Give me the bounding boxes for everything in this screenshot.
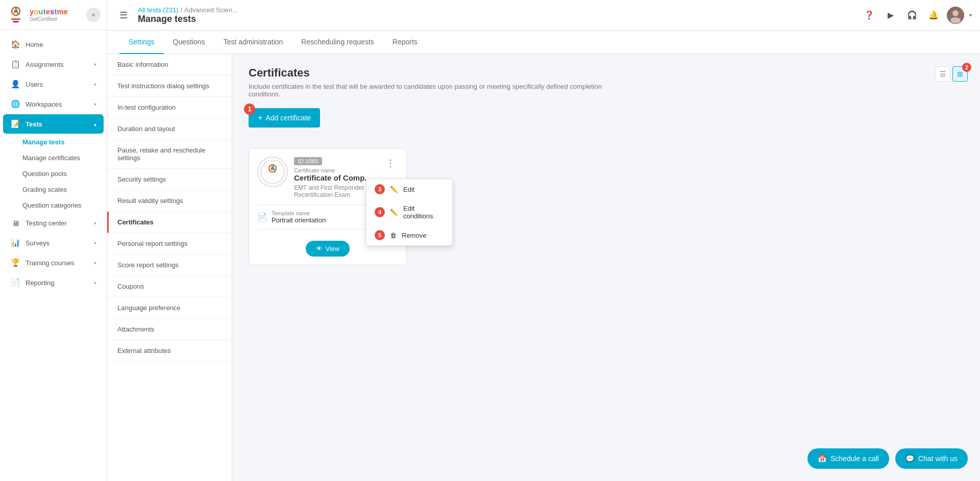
sidebar-item-testing-center[interactable]: 🖥 Testing center ▾ <box>3 214 104 233</box>
edit-conditions-badge: 4 <box>375 207 385 217</box>
settings-nav-certificates[interactable]: Certificates <box>107 212 232 233</box>
help-button[interactable]: ❓ <box>861 7 877 23</box>
surveys-arrow: ▾ <box>94 240 96 246</box>
settings-nav-duration-layout[interactable]: Duration and layout <box>107 118 232 140</box>
main-area: ☰ All tests (231) / Advanced Scien... Ma… <box>107 0 980 481</box>
headset-button[interactable]: 🎧 <box>904 7 920 23</box>
surveys-icon: 📊 <box>10 238 20 247</box>
context-menu-edit[interactable]: 3 ✏️ Edit <box>366 179 452 199</box>
cert-template-label: Template name <box>272 210 326 216</box>
cert-context-menu-button[interactable]: ⋮ <box>383 157 398 170</box>
sidebar-collapse-button[interactable]: « <box>86 8 101 22</box>
view-toggle-badge: 2 <box>962 63 971 72</box>
breadcrumb-current: Advanced Scien... <box>184 6 238 14</box>
page-title: Manage tests <box>138 14 238 24</box>
tab-questions[interactable]: Questions <box>164 31 214 54</box>
settings-nav-score-report[interactable]: Score report settings <box>107 255 232 276</box>
logo-text: youtestme GetCertified <box>30 8 68 22</box>
edit-label: Edit <box>403 186 414 193</box>
hamburger-button[interactable]: ☰ <box>115 7 132 23</box>
logo-sub: GetCertified <box>30 16 68 22</box>
sidebar-item-assignments[interactable]: 📋 Assignments ▾ <box>3 55 104 74</box>
training-courses-arrow: ▾ <box>94 260 96 266</box>
sidebar-item-workspaces[interactable]: 🌐 Workspaces ▾ <box>3 94 104 114</box>
sidebar-sub-manage-certificates[interactable]: Manage certificates <box>0 150 107 166</box>
settings-nav-external-attrs[interactable]: External attributes <box>107 340 232 362</box>
view-icon: 👁 <box>316 245 323 252</box>
cert-view-button[interactable]: 👁 View <box>306 241 350 257</box>
svg-rect-5 <box>13 21 19 22</box>
tab-reports[interactable]: Reports <box>383 31 427 54</box>
assignments-arrow: ▾ <box>94 62 96 67</box>
tab-rescheduling-requests[interactable]: Rescheduling requests <box>292 31 383 54</box>
breadcrumb-separator: / <box>180 6 182 14</box>
sidebar-item-tests[interactable]: 📝 Tests ▴ <box>3 114 104 134</box>
context-menu-edit-conditions[interactable]: 4 ✏️ Edit conditions <box>366 199 452 225</box>
settings-nav-security[interactable]: Security settings <box>107 169 232 190</box>
cert-id-badge: ID 1080 <box>294 157 322 165</box>
breadcrumb: All tests (231) / Advanced Scien... <box>138 6 238 14</box>
sidebar-item-surveys[interactable]: 📊 Surveys ▾ <box>3 233 104 252</box>
topbar-user-arrow[interactable]: ▾ <box>969 12 972 18</box>
tabs-bar: Settings Questions Test administration R… <box>107 31 980 54</box>
tab-settings[interactable]: Settings <box>119 31 164 54</box>
sidebar-sub-manage-tests[interactable]: Manage tests <box>0 134 107 150</box>
settings-nav-basic-info[interactable]: Basic information <box>107 54 232 75</box>
edit-conditions-label: Edit conditions <box>403 205 444 220</box>
context-menu: 3 ✏️ Edit 4 ✏️ Edit conditions 5 🗑 <box>366 179 453 246</box>
sidebar-logo: youtestme GetCertified « <box>0 0 107 30</box>
sidebar-item-users[interactable]: 👤 Users ▾ <box>3 74 104 94</box>
schedule-icon: 📅 <box>818 454 826 463</box>
reporting-icon: 📄 <box>10 278 20 287</box>
bottom-actions: 📅 Schedule a call 💬 Chat with us <box>807 448 968 469</box>
sidebar-sub-question-categories[interactable]: Question categories <box>0 197 107 213</box>
settings-nav-pause-retake[interactable]: Pause, retake and reschedule settings <box>107 140 232 169</box>
home-icon: 🏠 <box>10 40 20 49</box>
template-icon: 📄 <box>257 212 267 222</box>
main-content: Certificates Include certificates in the… <box>232 54 980 481</box>
certificates-title: Certificates <box>249 66 964 80</box>
sidebar-item-reporting[interactable]: 📄 Reporting ▾ <box>3 273 104 292</box>
settings-nav-in-test-config[interactable]: In-test configuration <box>107 97 232 118</box>
reporting-arrow: ▾ <box>94 280 96 286</box>
cert-logo <box>257 157 288 187</box>
sidebar-item-home[interactable]: 🏠 Home <box>3 35 104 54</box>
cert-cards-container: ID 1080 Certificate name Certificate of … <box>249 148 964 265</box>
settings-nav-test-instructions[interactable]: Test instructions dialog settings <box>107 75 232 97</box>
sidebar-item-training-courses[interactable]: 🏆 Training courses ▾ <box>3 253 104 272</box>
remove-label: Remove <box>402 232 426 239</box>
list-view-button[interactable]: ☰ <box>935 66 950 82</box>
sidebar-nav: 🏠 Home 📋 Assignments ▾ 👤 Users ▾ 🌐 Works… <box>0 30 107 481</box>
chat-with-us-button[interactable]: 💬 Chat with us <box>895 448 968 469</box>
bell-button[interactable]: 🔔 <box>925 7 942 23</box>
avatar[interactable] <box>947 7 964 24</box>
svg-point-8 <box>950 17 961 23</box>
breadcrumb-wrap: All tests (231) / Advanced Scien... Mana… <box>138 6 238 24</box>
settings-nav-coupons[interactable]: Coupons <box>107 276 232 297</box>
add-certificate-label: Add certificate <box>265 114 311 122</box>
settings-nav-personal-report[interactable]: Personal report settings <box>107 233 232 255</box>
breadcrumb-all-tests[interactable]: All tests (231) <box>138 6 178 14</box>
sidebar-sub-question-pools[interactable]: Question pools <box>0 166 107 182</box>
edit-badge: 3 <box>375 184 385 194</box>
settings-nav-attachments[interactable]: Attachments <box>107 319 232 340</box>
settings-nav-result-validity[interactable]: Result validity settings <box>107 190 232 212</box>
play-button[interactable]: ▶ <box>883 7 899 23</box>
svg-point-13 <box>271 167 274 170</box>
add-certificate-button[interactable]: 1 + Add certificate <box>249 108 320 128</box>
topbar: ☰ All tests (231) / Advanced Scien... Ma… <box>107 0 980 31</box>
context-menu-remove[interactable]: 5 🗑 Remove <box>366 225 452 245</box>
remove-icon: 🗑 <box>390 232 397 239</box>
chat-with-us-label: Chat with us <box>918 454 958 463</box>
sidebar-sub-grading-scales[interactable]: Grading scales <box>0 182 107 197</box>
cert-view-label: View <box>326 245 340 252</box>
cert-name: Certificate of Comp... <box>294 173 377 182</box>
users-arrow: ▾ <box>94 82 96 87</box>
certificates-subtitle: Include certificates in the test that wi… <box>249 83 606 98</box>
training-courses-icon: 🏆 <box>10 258 20 267</box>
schedule-call-button[interactable]: 📅 Schedule a call <box>807 448 889 469</box>
settings-nav-language-pref[interactable]: Language preference <box>107 297 232 319</box>
schedule-call-label: Schedule a call <box>830 454 879 463</box>
edit-conditions-icon: ✏️ <box>390 209 398 216</box>
tab-test-administration[interactable]: Test administration <box>214 31 292 54</box>
